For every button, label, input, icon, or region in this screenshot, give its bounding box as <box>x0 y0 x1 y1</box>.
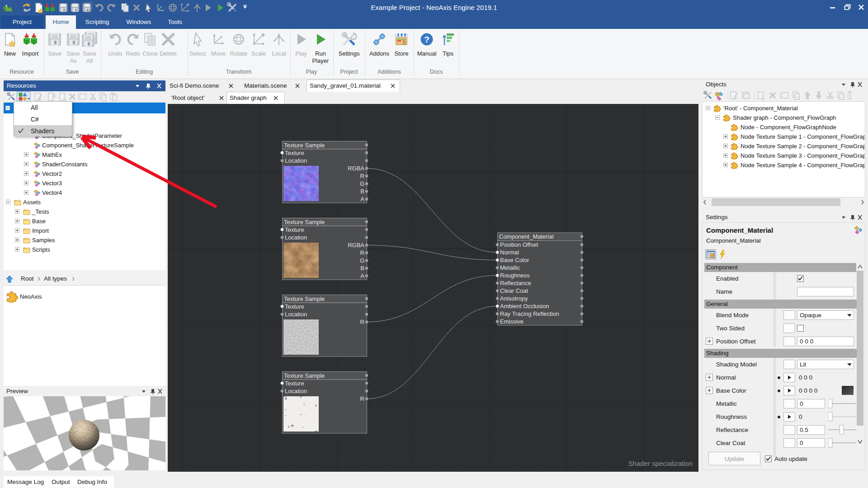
svg-text:B: B <box>360 188 364 195</box>
svg-text:Emissive: Emissive <box>500 318 524 325</box>
svg-text:Position Offset: Position Offset <box>500 241 538 248</box>
svg-text:Normal: Normal <box>500 249 519 256</box>
svg-text:G: G <box>360 257 364 264</box>
svg-text:R: R <box>360 319 364 325</box>
svg-text:Location: Location <box>285 388 307 394</box>
svg-text:Texture Sample: Texture Sample <box>284 142 325 149</box>
svg-text:Texture Sample: Texture Sample <box>284 296 325 302</box>
svg-text:R: R <box>360 395 364 402</box>
svg-text:R: R <box>360 249 364 256</box>
svg-text:A: A <box>360 196 364 202</box>
svg-text:Component_Material: Component_Material <box>499 233 554 240</box>
svg-text:Texture Sample: Texture Sample <box>284 219 325 225</box>
svg-text:Reflectance: Reflectance <box>500 280 531 286</box>
svg-text:Shader specialization: Shader specialization <box>628 460 693 467</box>
svg-text:RGBA: RGBA <box>348 242 364 249</box>
svg-text:Metallic: Metallic <box>500 264 520 271</box>
svg-text:R: R <box>360 173 364 179</box>
svg-text:B: B <box>360 265 364 272</box>
svg-text:Location: Location <box>285 157 307 164</box>
svg-text:Texture: Texture <box>285 380 304 387</box>
svg-text:RGBA: RGBA <box>348 165 364 172</box>
svg-text:G: G <box>360 180 364 187</box>
svg-text:Texture: Texture <box>285 303 304 310</box>
svg-text:Texture: Texture <box>285 150 304 156</box>
svg-text:A: A <box>360 272 364 279</box>
svg-text:Location: Location <box>285 311 307 318</box>
svg-text:Texture: Texture <box>285 226 304 233</box>
svg-text:Clear Coat: Clear Coat <box>500 287 528 294</box>
svg-text:?: ? <box>424 35 429 44</box>
svg-text:Texture Sample: Texture Sample <box>284 372 325 379</box>
svg-text:Ray Tracing Reflection: Ray Tracing Reflection <box>500 310 559 317</box>
svg-text:Anisotropy: Anisotropy <box>500 295 528 302</box>
svg-text:Base Color: Base Color <box>500 257 529 263</box>
svg-text:Location: Location <box>285 234 307 241</box>
svg-text:Roughness: Roughness <box>500 272 530 279</box>
svg-text:Ambient Occlusion: Ambient Occlusion <box>500 303 549 310</box>
